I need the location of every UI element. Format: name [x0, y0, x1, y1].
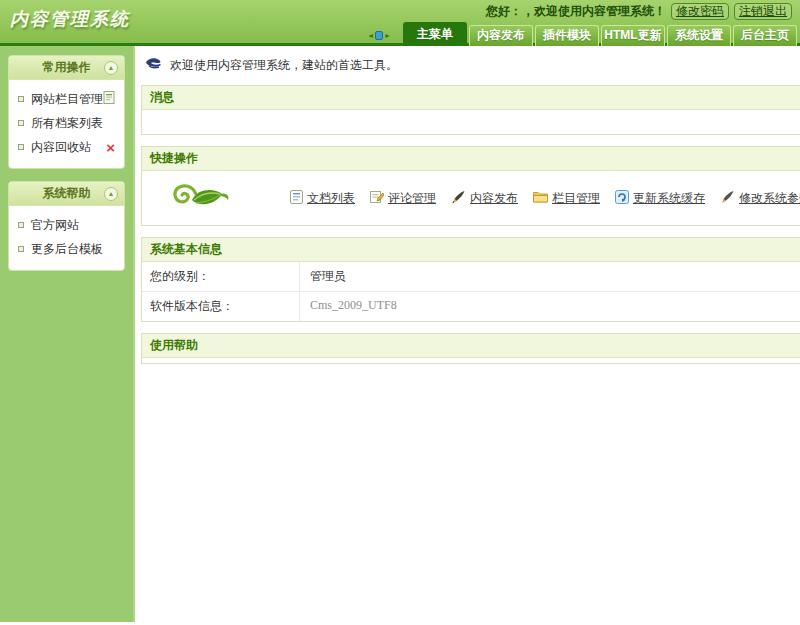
quick-actions-panel: 快捷操作: [141, 146, 800, 226]
quick-actions-panel-title: 快捷操作: [142, 147, 800, 171]
welcome-text: 欢迎使用内容管理系统，建站的首选工具。: [170, 57, 398, 74]
sidebar-toggle-icon[interactable]: ◄ ►: [367, 31, 391, 40]
message-panel-body: [142, 110, 800, 134]
table-row: 软件版本信息： Cms_2009_UTF8: [142, 292, 800, 321]
folder-icon: [533, 190, 548, 206]
comment-manage-icon: [370, 190, 384, 207]
sidebar-item-more-admin-templates[interactable]: 更多后台模板: [9, 237, 124, 261]
red-x-icon[interactable]: ×: [106, 140, 115, 155]
welcome-swoosh-icon: [145, 57, 163, 74]
sidebar: 常用操作 ▲ 网站栏目管理 所有档案列表: [0, 46, 135, 622]
tab-html-update[interactable]: HTML更新: [601, 25, 665, 46]
info-value-level: 管理员: [300, 262, 800, 291]
toggle-right-arrow-icon: ►: [384, 32, 391, 39]
bullet-icon: [18, 144, 24, 150]
sidebar-item-official-site[interactable]: 官方网站: [9, 213, 124, 237]
main-tab-bar: ◄ ► 主菜单 内容发布 插件模块 HTML更新 系统设置 后台主页: [367, 22, 797, 46]
quick-link-comment-manage[interactable]: 评论管理: [370, 190, 436, 207]
table-row: 您的级别： 管理员: [142, 262, 800, 292]
usage-help-panel-body: [142, 358, 800, 363]
collapse-icon[interactable]: ▲: [104, 187, 118, 201]
publish-pen-icon: [451, 190, 466, 207]
modify-params-icon: [720, 190, 735, 207]
tab-admin-home[interactable]: 后台主页: [733, 25, 797, 46]
app-header: 内容管理系统 您好：，欢迎使用内容管理系统！ 修改密码 注销退出 ◄ ► 主菜单…: [0, 0, 800, 46]
toggle-square-icon: [375, 31, 383, 40]
info-label-version: 软件版本信息：: [142, 292, 300, 321]
quick-link-column-manage[interactable]: 栏目管理: [533, 190, 600, 207]
bullet-icon: [18, 96, 24, 102]
logout-button[interactable]: 注销退出: [734, 3, 792, 20]
message-panel: 消息: [141, 85, 800, 135]
usage-help-panel-title: 使用帮助: [142, 334, 800, 358]
info-label-level: 您的级别：: [142, 262, 300, 291]
bullet-icon: [18, 222, 24, 228]
quick-link-modify-params[interactable]: 修改系统参数: [720, 190, 800, 207]
info-value-version: Cms_2009_UTF8: [300, 292, 800, 321]
header-user-links: 您好：，欢迎使用内容管理系统！ 修改密码 注销退出: [486, 3, 792, 20]
sidebar-panel-title: 系统帮助: [43, 185, 91, 202]
sidebar-item-list: 网站栏目管理 所有档案列表 内容回收站 ×: [9, 80, 124, 168]
tab-plugin-module[interactable]: 插件模块: [535, 25, 599, 46]
quick-link-doc-list[interactable]: 文档列表: [290, 190, 355, 207]
toggle-left-arrow-icon: ◄: [367, 32, 374, 39]
message-panel-title: 消息: [142, 86, 800, 110]
sidebar-item-site-column-manage[interactable]: 网站栏目管理: [9, 87, 124, 111]
sidebar-panel-header: 系统帮助 ▲: [9, 182, 124, 206]
sidebar-panel-system-help: 系统帮助 ▲ 官方网站 更多后台模板: [8, 181, 125, 271]
doc-list-icon: [290, 190, 303, 207]
welcome-row: 欢迎使用内容管理系统，建站的首选工具。: [141, 53, 800, 85]
tab-main-menu[interactable]: 主菜单: [403, 22, 467, 46]
sidebar-panel-title: 常用操作: [43, 59, 91, 76]
update-cache-icon: [615, 190, 629, 207]
quick-actions-body: 文档列表 评论管理 内容发布: [142, 171, 800, 225]
sidebar-panel-common-operations: 常用操作 ▲ 网站栏目管理 所有档案列表: [8, 55, 125, 169]
quick-link-content-publish[interactable]: 内容发布: [451, 190, 518, 207]
quick-link-update-cache[interactable]: 更新系统缓存: [615, 190, 705, 207]
tab-system-settings[interactable]: 系统设置: [667, 25, 731, 46]
sidebar-item-list: 官方网站 更多后台模板: [9, 206, 124, 270]
app-title: 内容管理系统: [10, 7, 130, 31]
sidebar-item-content-recycle-bin[interactable]: 内容回收站 ×: [9, 135, 124, 159]
greeting-text: 您好：，欢迎使用内容管理系统！: [486, 3, 666, 20]
app-root: 内容管理系统 您好：，欢迎使用内容管理系统！ 修改密码 注销退出 ◄ ► 主菜单…: [0, 0, 800, 625]
bullet-icon: [18, 246, 24, 252]
change-password-button[interactable]: 修改密码: [671, 3, 729, 20]
usage-help-panel: 使用帮助: [141, 333, 800, 364]
page-layout: 常用操作 ▲ 网站栏目管理 所有档案列表: [0, 46, 800, 622]
system-info-panel-title: 系统基本信息: [142, 238, 800, 262]
cms-leaf-logo-icon: [166, 178, 238, 218]
page-icon: [103, 91, 115, 107]
tab-content-publish[interactable]: 内容发布: [469, 25, 533, 46]
sidebar-item-all-archives-list[interactable]: 所有档案列表: [9, 111, 124, 135]
collapse-icon[interactable]: ▲: [104, 61, 118, 75]
main-content: 欢迎使用内容管理系统，建站的首选工具。 消息 快捷操作: [135, 46, 800, 622]
system-info-panel: 系统基本信息 您的级别： 管理员 软件版本信息： Cms_2009_UTF8: [141, 237, 800, 322]
sidebar-panel-header: 常用操作 ▲: [9, 56, 124, 80]
bullet-icon: [18, 120, 24, 126]
